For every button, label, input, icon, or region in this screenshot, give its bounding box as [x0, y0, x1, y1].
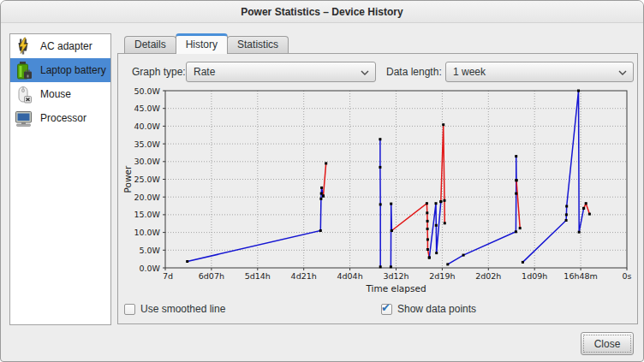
sidebar-item-label: Laptop battery — [40, 64, 106, 76]
graph-type-select[interactable]: Rate — [186, 62, 376, 82]
show-data-points-label: Show data points — [397, 303, 476, 316]
svg-text:Time elapsed: Time elapsed — [365, 283, 426, 294]
svg-text:7d: 7d — [163, 271, 173, 281]
svg-text:Power: Power — [122, 165, 133, 193]
svg-text:16h48m: 16h48m — [564, 271, 597, 281]
sidebar-item-laptop-battery[interactable]: Laptop battery — [10, 58, 110, 82]
svg-text:3d12h: 3d12h — [383, 271, 408, 281]
svg-text:40.0W: 40.0W — [134, 122, 160, 131]
mouse-icon — [13, 84, 33, 104]
sidebar-item-label: Processor — [40, 112, 86, 124]
svg-text:0s: 0s — [623, 271, 632, 281]
tab-label: Statistics — [237, 39, 278, 50]
ac-adapter-icon — [13, 36, 33, 56]
svg-text:2d19h: 2d19h — [429, 271, 455, 281]
svg-text:25.0W: 25.0W — [134, 175, 160, 184]
svg-text:4d04h: 4d04h — [337, 271, 363, 281]
svg-text:50.0W: 50.0W — [134, 86, 160, 96]
titlebar[interactable]: Power Statistics – Device History — [1, 1, 643, 23]
svg-text:2d02h: 2d02h — [475, 271, 501, 281]
data-length-select[interactable]: 1 week — [445, 62, 634, 82]
svg-text:35.0W: 35.0W — [134, 139, 160, 149]
svg-text:6d07h: 6d07h — [199, 271, 224, 281]
sidebar-item-label: AC adapter — [40, 40, 92, 52]
svg-text:20.0W: 20.0W — [134, 193, 160, 202]
data-length-label: Data length: — [386, 62, 442, 82]
use-smoothed-line-label: Use smoothed line — [140, 303, 225, 316]
chevron-down-icon — [618, 70, 627, 76]
data-length-value: 1 week — [453, 66, 486, 78]
tab-statistics[interactable]: Statistics — [227, 36, 289, 53]
processor-icon — [13, 108, 33, 128]
tab-label: History — [186, 39, 218, 50]
window-title: Power Statistics – Device History — [241, 6, 402, 18]
svg-text:15.0W: 15.0W — [134, 210, 160, 219]
show-data-points-checkbox[interactable]: ✔ — [381, 304, 392, 315]
notebook-tabs: Details History Statistics — [124, 33, 288, 54]
svg-text:0.0W: 0.0W — [139, 264, 160, 273]
sidebar-item-processor[interactable]: Processor — [10, 106, 110, 130]
history-chart: 7d6d07h5d14h4d21h4d04h3d12h2d19h2d02h1d0… — [122, 86, 635, 300]
svg-text:4d21h: 4d21h — [291, 271, 317, 281]
sidebar-item-label: Mouse — [40, 88, 71, 100]
graph-controls: Graph type: Rate Data length: 1 week — [118, 62, 637, 82]
close-button[interactable]: Close — [581, 332, 634, 355]
svg-text:30.0W: 30.0W — [134, 157, 160, 166]
battery-icon — [13, 60, 33, 80]
chevron-down-icon — [361, 70, 369, 76]
check-icon: ✔ — [381, 301, 391, 314]
svg-text:5d14h: 5d14h — [245, 271, 271, 281]
graph-type-label: Graph type: — [132, 62, 186, 82]
history-panel: Graph type: Rate Data length: 1 week 7d6… — [117, 53, 638, 324]
tab-history[interactable]: History — [176, 33, 228, 54]
use-smoothed-line-checkbox[interactable]: ✔ — [124, 304, 135, 315]
svg-text:5.0W: 5.0W — [139, 246, 160, 255]
svg-text:1d09h: 1d09h — [522, 271, 547, 281]
tab-details[interactable]: Details — [124, 36, 176, 53]
sidebar-item-mouse[interactable]: Mouse — [10, 82, 110, 106]
svg-text:10.0W: 10.0W — [134, 228, 160, 237]
tab-label: Details — [134, 39, 166, 50]
power-statistics-window: Power Statistics – Device History AC ada… — [0, 0, 644, 362]
graph-type-value: Rate — [194, 66, 215, 78]
device-list: AC adapter Laptop battery Mouse — [9, 33, 111, 325]
sidebar-item-ac-adapter[interactable]: AC adapter — [10, 34, 110, 58]
svg-text:45.0W: 45.0W — [134, 104, 160, 113]
